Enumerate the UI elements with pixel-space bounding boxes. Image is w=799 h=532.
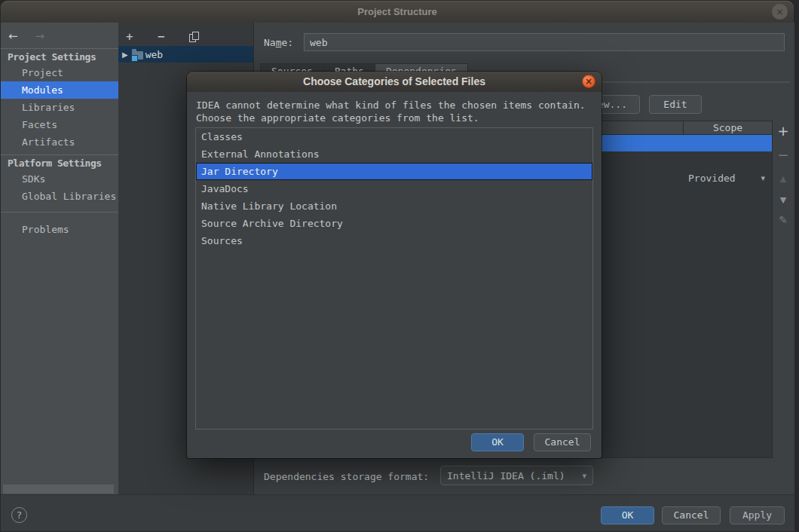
dialog-message-line2: Choose the appropriate categories from t… bbox=[196, 112, 602, 124]
remove-dependency-icon[interactable]: − bbox=[777, 147, 788, 163]
dialog-message-line1: IDEA cannot determine what kind of files… bbox=[196, 99, 602, 112]
move-up-icon[interactable]: ▲ bbox=[780, 174, 786, 184]
list-item-external-annotations[interactable]: External Annotations bbox=[196, 145, 592, 163]
storage-format-label: Dependencies storage format: bbox=[264, 471, 429, 482]
dependencies-side-toolbar: + − ▲ ▼ ✎ bbox=[773, 121, 793, 458]
chevron-down-icon: ▾ bbox=[582, 471, 586, 481]
choose-categories-dialog: Choose Categories of Selected Files × ID… bbox=[187, 72, 602, 458]
expand-arrow-icon[interactable]: ▶ bbox=[122, 50, 128, 59]
module-icon bbox=[132, 51, 143, 60]
sidebar-item-project[interactable]: Project bbox=[1, 64, 118, 81]
history-nav: ← → bbox=[1, 23, 118, 44]
forward-icon: → bbox=[35, 29, 45, 43]
module-node-label: web bbox=[145, 49, 163, 60]
sidebar-item-modules[interactable]: Modules bbox=[1, 81, 118, 99]
dialog-titlebar[interactable]: Choose Categories of Selected Files × bbox=[187, 72, 602, 92]
tree-row-web[interactable]: ▶ web bbox=[118, 46, 253, 63]
window-titlebar[interactable]: Project Structure × bbox=[1, 1, 794, 23]
storage-format-combobox[interactable]: IntelliJ IDEA (.iml) ▾ bbox=[440, 466, 593, 485]
horizontal-scrollbar[interactable] bbox=[3, 485, 114, 494]
add-module-icon[interactable]: + bbox=[126, 32, 133, 42]
dialog-footer: OK Cancel bbox=[471, 433, 591, 451]
list-item-source-archive-directory[interactable]: Source Archive Directory bbox=[196, 215, 592, 232]
dialog-title: Choose Categories of Selected Files bbox=[187, 72, 602, 92]
move-down-icon[interactable]: ▼ bbox=[780, 195, 786, 205]
copy-module-icon[interactable] bbox=[189, 32, 198, 42]
apply-button[interactable]: Apply bbox=[730, 506, 785, 524]
table-header-scope-column: Scope bbox=[683, 121, 772, 134]
chevron-down-icon: ▾ bbox=[761, 173, 765, 183]
remove-module-icon[interactable]: − bbox=[158, 32, 165, 42]
section-header-platform-settings: Platform Settings bbox=[1, 154, 118, 170]
dialog-message: IDEA cannot determine what kind of files… bbox=[187, 92, 602, 124]
category-list: Classes External Annotations Jar Directo… bbox=[195, 127, 593, 430]
list-item-javadocs[interactable]: JavaDocs bbox=[196, 180, 592, 197]
cancel-button[interactable]: Cancel bbox=[662, 506, 721, 524]
module-tree-toolbar: + − bbox=[118, 23, 253, 42]
sidebar-item-global-libraries[interactable]: Global Libraries bbox=[1, 188, 118, 205]
window-title: Project Structure bbox=[1, 1, 794, 23]
window-close-icon[interactable]: × bbox=[772, 4, 788, 20]
sidebar-item-sdks[interactable]: SDKs bbox=[1, 170, 118, 188]
section-header-project-settings: Project Settings bbox=[1, 48, 118, 64]
help-icon[interactable]: ? bbox=[11, 507, 27, 523]
sidebar-item-problems[interactable]: Problems bbox=[1, 221, 118, 238]
add-dependency-icon[interactable]: + bbox=[777, 123, 788, 139]
list-item-sources[interactable]: Sources bbox=[196, 232, 592, 249]
dialog-button-bar: ? OK Cancel Apply bbox=[1, 494, 794, 531]
sidebar-item-libraries[interactable]: Libraries bbox=[1, 99, 118, 116]
sidebar-divider bbox=[1, 212, 118, 212]
edit-button[interactable]: Edit bbox=[649, 95, 702, 114]
module-name-input[interactable] bbox=[304, 33, 785, 51]
edit-pencil-icon[interactable]: ✎ bbox=[779, 214, 788, 226]
sidebar-item-artifacts[interactable]: Artifacts bbox=[1, 133, 118, 151]
dialog-ok-button[interactable]: OK bbox=[471, 433, 524, 451]
list-item-native-library-location[interactable]: Native Library Location bbox=[196, 197, 592, 215]
list-item-classes[interactable]: Classes bbox=[196, 128, 592, 145]
scope-combobox[interactable]: Provided ▾ bbox=[684, 168, 770, 188]
sidebar-item-facets[interactable]: Facets bbox=[1, 116, 118, 133]
ok-button[interactable]: OK bbox=[601, 506, 654, 524]
settings-sidebar: ← → Project Settings Project Modules Lib… bbox=[1, 23, 118, 494]
name-label: Name: bbox=[264, 37, 293, 48]
back-icon[interactable]: ← bbox=[8, 29, 18, 43]
list-item-jar-directory[interactable]: Jar Directory bbox=[196, 163, 592, 180]
dialog-cancel-button[interactable]: Cancel bbox=[534, 433, 591, 451]
scope-value: Provided bbox=[688, 173, 736, 184]
storage-format-value: IntelliJ IDEA (.iml) bbox=[447, 470, 565, 482]
dialog-close-icon[interactable]: × bbox=[582, 75, 595, 88]
